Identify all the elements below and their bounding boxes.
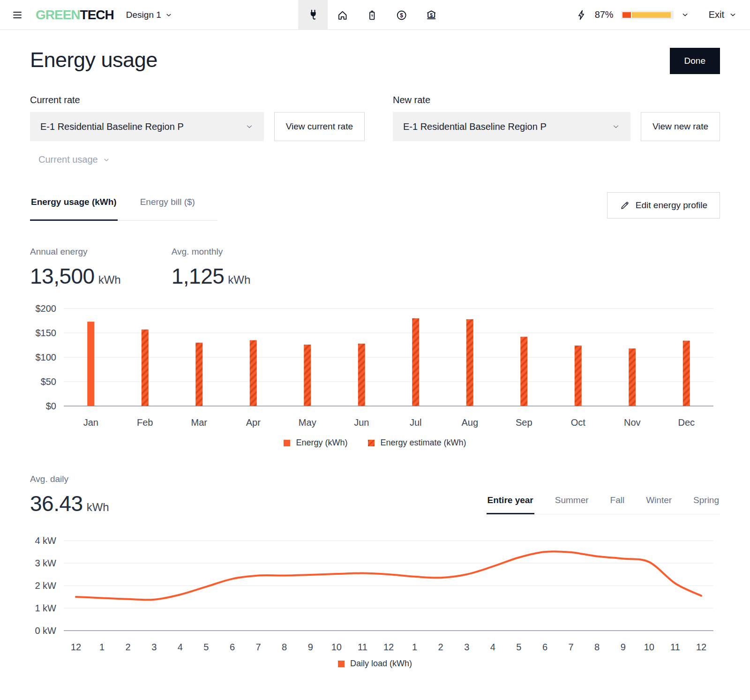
edit-energy-profile-button[interactable]: Edit energy profile bbox=[607, 192, 720, 218]
svg-text:Oct: Oct bbox=[571, 417, 586, 428]
season-tab-spring[interactable]: Spring bbox=[692, 495, 720, 514]
svg-text:2: 2 bbox=[438, 642, 443, 652]
chevron-down-icon bbox=[729, 11, 737, 19]
svg-text:10: 10 bbox=[331, 642, 342, 652]
avg-daily-unit: kWh bbox=[87, 501, 109, 513]
new-rate-value: E-1 Residential Baseline Region P bbox=[403, 121, 547, 132]
legend-swatch-solid-icon bbox=[284, 440, 290, 446]
svg-text:5: 5 bbox=[516, 642, 521, 652]
chevron-down-icon[interactable] bbox=[681, 11, 689, 19]
chevron-down-icon bbox=[165, 11, 172, 19]
season-tab-entire-year[interactable]: Entire year bbox=[487, 495, 534, 514]
logo-green-part: GREEN bbox=[36, 8, 80, 22]
svg-text:12: 12 bbox=[696, 642, 706, 652]
pencil-icon bbox=[620, 200, 630, 211]
svg-text:1: 1 bbox=[99, 642, 105, 652]
design-selector[interactable]: Design 1 bbox=[126, 10, 172, 20]
header-toolbar: $ $ bbox=[298, 0, 446, 30]
svg-text:May: May bbox=[299, 417, 316, 428]
svg-text:10: 10 bbox=[644, 642, 654, 652]
svg-text:$50: $50 bbox=[41, 376, 56, 387]
annual-energy-label: Annual energy bbox=[30, 247, 121, 257]
svg-text:11: 11 bbox=[358, 642, 368, 652]
annual-energy-unit: kWh bbox=[98, 273, 121, 286]
svg-text:4: 4 bbox=[178, 642, 183, 652]
avg-monthly-unit: kWh bbox=[228, 273, 250, 286]
season-tab-fall[interactable]: Fall bbox=[609, 495, 626, 514]
svg-text:Jul: Jul bbox=[410, 417, 422, 428]
logo-dark-part: TECH bbox=[80, 8, 114, 22]
chevron-down-icon bbox=[245, 122, 254, 131]
charge-red-segment bbox=[622, 12, 631, 18]
monthly-energy-bar-chart: $0$50$100$150$200JanFebMarAprMayJunJulAu… bbox=[30, 301, 714, 437]
home-icon bbox=[337, 9, 348, 21]
svg-text:$100: $100 bbox=[36, 352, 57, 362]
legend-swatch-hatched-icon bbox=[368, 440, 375, 446]
avg-monthly-value: 1,125 bbox=[172, 264, 225, 288]
tab-energy-usage[interactable]: Energy usage (kWh) bbox=[30, 197, 118, 220]
svg-text:$0: $0 bbox=[46, 401, 56, 411]
app-header: GREENTECH Design 1 bbox=[0, 0, 750, 30]
toolbar-plug-button[interactable] bbox=[298, 0, 328, 30]
done-button[interactable]: Done bbox=[670, 48, 720, 74]
svg-text:3: 3 bbox=[464, 642, 469, 652]
svg-text:5: 5 bbox=[203, 642, 209, 652]
tab-energy-bill[interactable]: Energy bill ($) bbox=[139, 197, 196, 220]
svg-text:$: $ bbox=[400, 12, 403, 18]
current-rate-select[interactable]: E-1 Residential Baseline Region P bbox=[30, 112, 264, 141]
new-rate-section: New rate E-1 Residential Baseline Region… bbox=[393, 95, 720, 165]
design-selector-label: Design 1 bbox=[126, 10, 161, 20]
current-rate-value: E-1 Residential Baseline Region P bbox=[40, 121, 184, 132]
view-new-rate-button[interactable]: View new rate bbox=[641, 112, 720, 141]
toolbar-home-button[interactable] bbox=[328, 0, 357, 30]
avg-monthly-stat: Avg. monthly 1,125kWh bbox=[172, 247, 251, 289]
new-rate-label: New rate bbox=[393, 95, 720, 105]
legend-item: Daily load (kWh) bbox=[338, 659, 412, 669]
page-title: Energy usage bbox=[30, 48, 158, 72]
svg-text:8: 8 bbox=[594, 642, 600, 652]
svg-text:0 kW: 0 kW bbox=[35, 625, 56, 636]
svg-text:12: 12 bbox=[383, 642, 394, 652]
svg-text:Jun: Jun bbox=[354, 417, 369, 428]
edit-energy-profile-label: Edit energy profile bbox=[636, 200, 707, 211]
toolbar-battery-button[interactable] bbox=[357, 0, 387, 30]
svg-text:Feb: Feb bbox=[137, 417, 153, 428]
chevron-down-icon bbox=[612, 122, 620, 131]
new-rate-select[interactable]: E-1 Residential Baseline Region P bbox=[393, 112, 630, 141]
toolbar-dollar-button[interactable]: $ bbox=[387, 0, 416, 30]
svg-text:1 kW: 1 kW bbox=[35, 603, 56, 613]
season-tab-summer[interactable]: Summer bbox=[554, 495, 590, 514]
daily-load-line-chart: 0 kW1 kW2 kW3 kW4 kW12123456789101112123… bbox=[30, 528, 714, 658]
exit-button[interactable]: Exit bbox=[709, 9, 737, 20]
energy-usage-page: Energy usage Done Current rate E-1 Resid… bbox=[0, 48, 750, 669]
current-usage-toggle[interactable]: Current usage bbox=[38, 154, 110, 165]
svg-text:2 kW: 2 kW bbox=[35, 580, 56, 591]
legend-item: Energy (kWh) bbox=[284, 438, 347, 448]
svg-text:$200: $200 bbox=[36, 303, 57, 314]
charge-amber-segment bbox=[632, 12, 671, 18]
svg-text:4: 4 bbox=[490, 642, 495, 652]
view-current-rate-button[interactable]: View current rate bbox=[274, 112, 365, 141]
svg-text:9: 9 bbox=[308, 642, 313, 652]
svg-text:$150: $150 bbox=[36, 328, 57, 338]
svg-text:Sep: Sep bbox=[516, 417, 532, 428]
svg-text:Jan: Jan bbox=[83, 417, 98, 428]
svg-text:Mar: Mar bbox=[191, 417, 208, 428]
svg-text:3 kW: 3 kW bbox=[35, 558, 56, 568]
svg-text:$: $ bbox=[430, 13, 433, 18]
bolt-icon bbox=[576, 9, 587, 21]
svg-text:7: 7 bbox=[256, 642, 261, 652]
menu-icon[interactable] bbox=[11, 9, 23, 21]
legend-label: Energy estimate (kWh) bbox=[380, 438, 466, 448]
annual-energy-stat: Annual energy 13,500kWh bbox=[30, 247, 121, 289]
avg-daily-label: Avg. daily bbox=[30, 474, 109, 484]
toolbar-bank-button[interactable]: $ bbox=[416, 0, 446, 30]
svg-text:7: 7 bbox=[569, 642, 574, 652]
season-tab-winter[interactable]: Winter bbox=[645, 495, 673, 514]
svg-text:Apr: Apr bbox=[246, 417, 261, 428]
legend-item: Energy estimate (kWh) bbox=[368, 438, 466, 448]
svg-text:Aug: Aug bbox=[461, 417, 478, 428]
avg-daily-value: 36.43 bbox=[30, 491, 83, 516]
svg-text:Nov: Nov bbox=[624, 417, 641, 428]
avg-monthly-label: Avg. monthly bbox=[172, 247, 251, 257]
